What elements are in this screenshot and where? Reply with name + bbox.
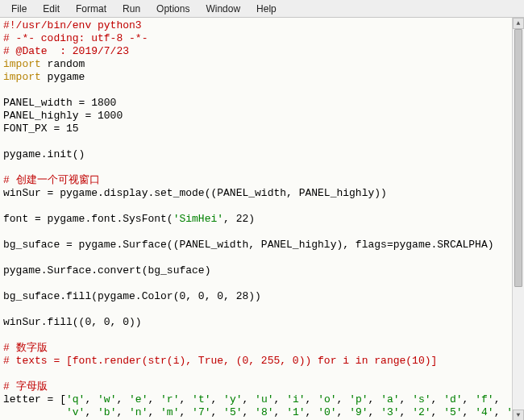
code-token: 'v' — [66, 406, 85, 418]
code-token: # -*- coding: utf-8 -*- — [3, 32, 148, 44]
code-token: 'e' — [129, 393, 148, 405]
code-token: winSur.fill((0, 0, 0)) — [3, 316, 142, 328]
code-token: pygame — [41, 71, 85, 83]
code-token: , — [85, 393, 98, 405]
code-token: , — [116, 393, 129, 405]
code-token: , — [243, 406, 256, 418]
editor-area: #!/usr/bin/env python3 # -*- coding: utf… — [0, 18, 524, 420]
code-token: , — [400, 406, 413, 418]
code-token: pygame.init() — [3, 148, 85, 160]
code-token: FONT_PX = 15 — [3, 123, 79, 135]
menu-item-format[interactable]: Format — [68, 2, 114, 16]
code-line: # 创建一个可视窗口 — [3, 174, 100, 186]
code-token: 's' — [412, 393, 430, 405]
code-token: #!/usr/bin/env python3 — [3, 19, 142, 31]
code-line: PANEL_highly = 1000 — [3, 110, 123, 122]
code-token: , — [368, 406, 381, 418]
menu-bar: FileEditFormatRunOptionsWindowHelp — [0, 0, 524, 18]
code-token: import — [3, 71, 41, 83]
vertical-scrollbar[interactable]: ▲ ▼ — [512, 18, 524, 420]
code-token: bg_suface = pygame.Surface((PANEL_width,… — [3, 239, 494, 251]
code-token: '2' — [412, 406, 430, 418]
code-token: '9' — [349, 406, 368, 418]
code-line: # -*- coding: utf-8 -*- — [3, 32, 148, 44]
code-token: '1' — [286, 406, 305, 418]
code-token: '5' — [223, 406, 242, 418]
code-token: , — [431, 406, 444, 418]
code-token: , — [179, 406, 192, 418]
code-line: import pygame — [3, 71, 85, 83]
code-token: # 字母版 — [3, 380, 48, 393]
code-token: 'f' — [475, 393, 493, 405]
code-token: , — [274, 393, 287, 405]
code-line: letter = ['q', 'w', 'e', 'r', 't', 'y', … — [3, 393, 500, 405]
code-token: '5' — [443, 406, 462, 418]
code-token: , — [116, 406, 129, 418]
code-token: , — [85, 406, 98, 418]
code-line: 'v', 'b', 'n', 'm', '7', '5', '8', '1', … — [3, 406, 513, 418]
code-line: font = pygame.font.SysFont('SimHei', 22) — [3, 213, 255, 225]
code-line: FONT_PX = 15 — [3, 123, 79, 135]
menu-item-run[interactable]: Run — [114, 2, 148, 16]
code-token — [3, 406, 66, 418]
scroll-thumb[interactable] — [514, 29, 522, 287]
code-token: 'p' — [349, 393, 368, 405]
code-token: 'n' — [129, 406, 148, 418]
code-token: , — [463, 406, 476, 418]
code-token: , — [210, 406, 223, 418]
menu-item-window[interactable]: Window — [198, 2, 248, 16]
code-token: import — [3, 58, 41, 70]
code-token: , — [494, 406, 507, 418]
code-line: # texts = [font.render(str(i), True, (0,… — [3, 355, 437, 367]
menu-item-file[interactable]: File — [3, 2, 35, 16]
code-line: # 数字版 — [3, 342, 48, 354]
code-line: winSur = pygame.display.set_mode((PANEL_… — [3, 187, 387, 199]
code-line: PANEL_width = 1800 — [3, 97, 116, 109]
code-line: # @Date : 2019/7/23 — [3, 45, 129, 57]
code-line: pygame.init() — [3, 148, 85, 160]
code-token: 'b' — [98, 406, 116, 418]
code-line: #!/usr/bin/env python3 — [3, 19, 142, 31]
code-token: '3' — [381, 406, 399, 418]
code-token: 'w' — [98, 393, 116, 405]
menu-item-help[interactable]: Help — [248, 2, 285, 16]
code-token: , 22) — [223, 213, 255, 225]
code-token: 'SimHei' — [173, 213, 223, 225]
code-token: , — [243, 393, 256, 405]
code-token: , — [368, 393, 381, 405]
code-token: 'd' — [443, 393, 462, 405]
code-token: # texts = [font.render(str(i), True, (0,… — [3, 355, 437, 367]
scroll-up-arrow[interactable]: ▲ — [513, 18, 524, 29]
code-token: 'a' — [381, 393, 399, 405]
code-line: bg_suface = pygame.Surface((PANEL_width,… — [3, 239, 494, 251]
code-token: 'i' — [286, 393, 305, 405]
code-editor[interactable]: #!/usr/bin/env python3 # -*- coding: utf… — [0, 18, 513, 420]
code-line: pygame.Surface.convert(bg_suface) — [3, 264, 210, 277]
code-token: '4' — [475, 406, 493, 418]
code-token: '0' — [318, 406, 336, 418]
code-token: , — [148, 406, 160, 418]
code-token: 'q' — [66, 393, 85, 405]
code-content: #!/usr/bin/env python3 # -*- coding: utf… — [3, 19, 509, 420]
code-token: 'o' — [318, 393, 336, 405]
code-token: , — [179, 393, 192, 405]
code-line: bg_suface.fill(pygame.Color(0, 0, 0, 28)… — [3, 290, 261, 302]
code-line: # 字母版 — [3, 380, 48, 393]
code-token: random — [41, 58, 85, 70]
code-token: 'y' — [223, 393, 242, 405]
code-line: winSur.fill((0, 0, 0)) — [3, 316, 142, 328]
menu-item-edit[interactable]: Edit — [35, 2, 68, 16]
code-token: , — [337, 393, 350, 405]
code-token: , — [400, 393, 413, 405]
code-token: 'r' — [160, 393, 179, 405]
code-line: import random — [3, 58, 85, 70]
code-token: , — [148, 393, 160, 405]
code-token: 'm' — [160, 406, 179, 418]
menu-item-options[interactable]: Options — [148, 2, 198, 16]
scroll-down-arrow[interactable]: ▼ — [513, 410, 524, 420]
code-token: , — [210, 393, 223, 405]
code-token: , — [306, 393, 318, 405]
code-token: , — [431, 393, 444, 405]
code-token: '8' — [255, 406, 273, 418]
code-token: font = pygame.font.SysFont( — [3, 213, 173, 225]
